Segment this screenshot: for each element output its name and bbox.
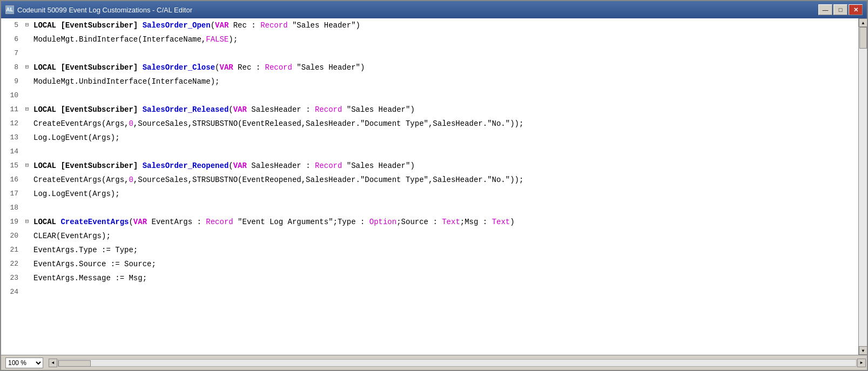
- scroll-right-button[interactable]: ►: [857, 359, 866, 367]
- table-row: 13 Log.LogEvent(Args);: [1, 131, 858, 145]
- fold-icon[interactable]: ⊟: [23, 215, 31, 229]
- table-row: 8⊟LOCAL [EventSubscriber] SalesOrder_Clo…: [1, 60, 858, 75]
- vertical-scrollbar[interactable]: ▲ ▼: [858, 18, 867, 355]
- table-row: 12 CreateEventArgs(Args,0,SourceSales,ST…: [1, 117, 858, 131]
- table-row: 16 CreateEventArgs(Args,0,SourceSales,ST…: [1, 173, 858, 187]
- fold-icon: [23, 32, 31, 46]
- number-token: 0: [129, 176, 133, 184]
- scroll-h-thumb[interactable]: [58, 360, 91, 367]
- fold-icon: [23, 187, 31, 201]
- fold-icon: [23, 75, 31, 89]
- line-number: 21: [1, 243, 23, 257]
- code-line: LOCAL CreateEventArgs(VAR EventArgs : Re…: [31, 215, 858, 229]
- record-kw-token: Record: [265, 63, 292, 72]
- maximize-button[interactable]: □: [833, 4, 847, 15]
- title-bar: AL Codeunit 50099 Event Log Customizatio…: [1, 1, 867, 18]
- table-row: 17 Log.LogEvent(Args);: [1, 187, 858, 201]
- line-number: 16: [1, 173, 23, 187]
- code-line: ModuleMgt.UnbindInterface(InterfaceName)…: [31, 75, 858, 89]
- title-bar-left: AL Codeunit 50099 Event Log Customizatio…: [5, 5, 192, 14]
- line-number: 24: [1, 285, 23, 299]
- false-kw-token: FALSE: [206, 35, 228, 44]
- table-row: 19⊟LOCAL CreateEventArgs(VAR EventArgs :…: [1, 215, 858, 229]
- fold-icon: [23, 131, 31, 145]
- scroll-track[interactable]: [859, 27, 867, 346]
- kw-token: LOCAL: [33, 21, 56, 30]
- code-line: CreateEventArgs(Args,0,SourceSales,STRSU…: [31, 173, 858, 187]
- table-row: 22 EventArgs.Source := Source;: [1, 257, 858, 271]
- code-line: [31, 89, 858, 103]
- code-line: [31, 285, 858, 299]
- scroll-thumb[interactable]: [859, 27, 867, 49]
- scroll-h-track[interactable]: [58, 359, 857, 367]
- table-row: 9 ModuleMgt.UnbindInterface(InterfaceNam…: [1, 75, 858, 89]
- fold-icon: [23, 173, 31, 187]
- kw-token: LOCAL: [33, 161, 56, 170]
- line-number: 20: [1, 229, 23, 243]
- line-number: 7: [1, 46, 23, 60]
- code-line: EventArgs.Source := Source;: [31, 257, 858, 271]
- table-row: 21 EventArgs.Type := Type;: [1, 243, 858, 257]
- window-title: Codeunit 50099 Event Log Customizations …: [17, 6, 192, 14]
- number-token: 0: [129, 119, 133, 128]
- line-number: 17: [1, 187, 23, 201]
- code-line: LOCAL [EventSubscriber] SalesOrder_Relea…: [31, 103, 858, 117]
- minimize-button[interactable]: —: [818, 4, 832, 15]
- zoom-select[interactable]: 100 % 75 % 125 % 150 %: [5, 357, 43, 368]
- editor-container: 5⊟LOCAL [EventSubscriber] SalesOrder_Ope…: [1, 18, 867, 355]
- line-number: 10: [1, 89, 23, 103]
- close-button[interactable]: ✕: [849, 4, 863, 15]
- table-row: 24: [1, 285, 858, 299]
- fold-icon[interactable]: ⊟: [23, 18, 31, 32]
- table-row: 6 ModuleMgt.BindInterface(InterfaceName,…: [1, 32, 858, 46]
- code-line: [31, 145, 858, 159]
- line-number: 15: [1, 159, 23, 173]
- table-row: 7: [1, 46, 858, 60]
- fold-icon: [23, 201, 31, 215]
- title-buttons: — □ ✕: [818, 4, 863, 15]
- table-row: 5⊟LOCAL [EventSubscriber] SalesOrder_Ope…: [1, 18, 858, 32]
- line-number: 19: [1, 215, 23, 229]
- fold-icon: [23, 271, 31, 285]
- fold-icon: [23, 243, 31, 257]
- code-table: 5⊟LOCAL [EventSubscriber] SalesOrder_Ope…: [1, 18, 858, 299]
- type-kw-token: Option: [369, 218, 396, 226]
- scroll-left-button[interactable]: ◄: [49, 359, 57, 367]
- func-token: SalesOrder_Close: [143, 63, 215, 72]
- table-row: 10: [1, 89, 858, 103]
- code-line: [31, 46, 858, 60]
- fold-icon: [23, 285, 31, 299]
- kw-token: LOCAL: [33, 105, 56, 114]
- line-number: 12: [1, 117, 23, 131]
- table-row: 23 EventArgs.Message := Msg;: [1, 271, 858, 285]
- var-kw-token: VAR: [215, 21, 228, 30]
- fold-icon[interactable]: ⊟: [23, 159, 31, 173]
- table-row: 14: [1, 145, 858, 159]
- scroll-down-button[interactable]: ▼: [859, 346, 867, 355]
- func-token: SalesOrder_Reopened: [143, 161, 229, 170]
- kw-token: [EventSubscriber]: [60, 105, 138, 114]
- kw-token: [EventSubscriber]: [60, 63, 138, 72]
- code-line: Log.LogEvent(Args);: [31, 131, 858, 145]
- code-line: LOCAL [EventSubscriber] SalesOrder_Reope…: [31, 159, 858, 173]
- code-line: LOCAL [EventSubscriber] SalesOrder_Close…: [31, 60, 858, 75]
- code-line: CreateEventArgs(Args,0,SourceSales,STRSU…: [31, 117, 858, 131]
- fold-icon: [23, 229, 31, 243]
- code-line: EventArgs.Type := Type;: [31, 243, 858, 257]
- func-token: SalesOrder_Released: [143, 105, 229, 114]
- fold-icon[interactable]: ⊟: [23, 103, 31, 117]
- var-kw-token: VAR: [233, 161, 247, 170]
- code-editor[interactable]: 5⊟LOCAL [EventSubscriber] SalesOrder_Ope…: [1, 18, 858, 355]
- main-window: AL Codeunit 50099 Event Log Customizatio…: [0, 0, 868, 371]
- line-number: 5: [1, 18, 23, 32]
- table-row: 11⊟LOCAL [EventSubscriber] SalesOrder_Re…: [1, 103, 858, 117]
- code-line: LOCAL [EventSubscriber] SalesOrder_Open(…: [31, 18, 858, 32]
- code-line: Log.LogEvent(Args);: [31, 187, 858, 201]
- line-number: 6: [1, 32, 23, 46]
- table-row: 18: [1, 201, 858, 215]
- fold-icon[interactable]: ⊟: [23, 60, 31, 75]
- scroll-up-button[interactable]: ▲: [859, 18, 867, 27]
- var-kw-token: VAR: [133, 218, 147, 226]
- kw-token: [EventSubscriber]: [60, 161, 138, 170]
- fold-icon: [23, 117, 31, 131]
